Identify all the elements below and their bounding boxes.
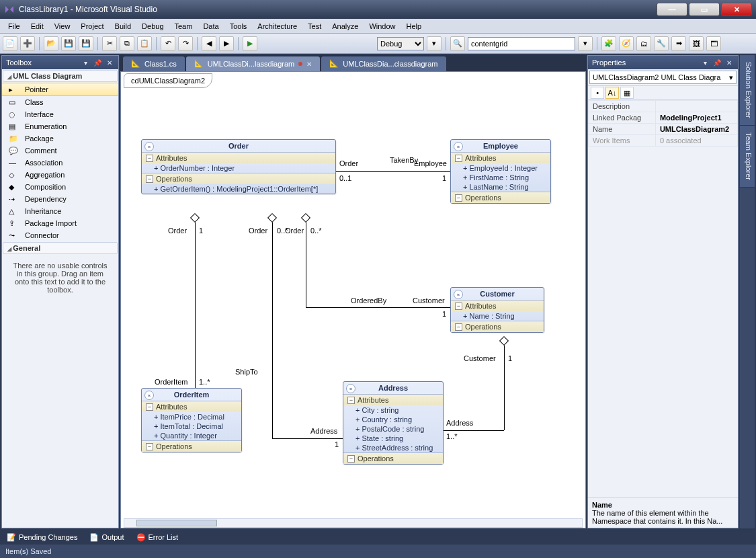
menu-view[interactable]: View [49, 21, 76, 32]
tb-extra-3[interactable]: 🗂 [636, 36, 651, 51]
redo-button[interactable]: ↷ [178, 36, 193, 51]
close-button[interactable]: ✕ [721, 3, 752, 16]
collapse-icon[interactable]: « [454, 142, 463, 151]
toolbox-item-package-import[interactable]: ⇪Package Import [2, 217, 118, 229]
properties-close-icon[interactable]: ✕ [724, 58, 734, 67]
find-input[interactable] [468, 37, 575, 50]
save-button[interactable]: 💾 [61, 36, 76, 51]
new-project-button[interactable]: 📄 [3, 36, 17, 51]
assoc-line[interactable] [195, 216, 196, 388]
menu-project[interactable]: Project [75, 21, 109, 32]
properties-object-combo[interactable]: UMLClassDiagram2 UML Class Diagra▾ [589, 71, 737, 84]
expand-icon[interactable]: − [146, 175, 153, 183]
toolbox-item-composition[interactable]: ◆Composition [2, 181, 118, 193]
start-debug-button[interactable]: ▶ [243, 36, 257, 51]
uml-class-order[interactable]: «Order −Attributes + OrderNumber : Integ… [141, 139, 336, 194]
toolbox-category-general[interactable]: General [3, 242, 118, 254]
tb-extra-7[interactable]: 🗔 [706, 36, 721, 51]
save-all-button[interactable]: 💾 [79, 36, 93, 51]
menu-debug[interactable]: Debug [136, 21, 169, 32]
tab-close-icon[interactable]: ✕ [306, 61, 312, 68]
assoc-line[interactable] [336, 171, 450, 172]
tb-extra-4[interactable]: 🔧 [654, 36, 669, 51]
solution-explorer-tab[interactable]: Solution Explorer [740, 55, 755, 126]
diagram-canvas[interactable]: «Order −Attributes + OrderNumber : Integ… [121, 92, 585, 518]
uml-class-address[interactable]: «Address −Attributes + City : string + C… [343, 381, 444, 465]
categorized-button[interactable]: ⦁ [591, 87, 604, 99]
menu-analyze[interactable]: Analyze [327, 21, 364, 32]
property-row[interactable]: Linked PackagModelingProject1 [589, 112, 738, 124]
uml-class-orderitem[interactable]: «OrderItem −Attributes + ItemPrice : Dec… [141, 388, 242, 452]
toolbox-item-interface[interactable]: ◌Interface [2, 108, 118, 120]
find-dropdown[interactable]: ▾ [578, 36, 593, 51]
tb-extra-5[interactable]: ➡ [671, 36, 686, 51]
collapse-icon[interactable]: « [144, 142, 154, 151]
menu-data[interactable]: Data [198, 21, 224, 32]
toolbox-item-pointer[interactable]: ▸Pointer [2, 83, 118, 96]
config-dropdown[interactable]: Debug [377, 37, 424, 50]
properties-grid[interactable]: DescriptionLinked PackagModelingProject1… [588, 100, 738, 147]
assoc-line[interactable] [504, 340, 505, 430]
expand-icon[interactable]: − [146, 155, 153, 162]
open-button[interactable]: 📂 [44, 36, 58, 51]
toolbox-item-enumeration[interactable]: ▤Enumeration [2, 120, 118, 132]
copy-button[interactable]: ⧉ [120, 36, 134, 51]
undo-button[interactable]: ↶ [161, 36, 175, 51]
toolbox-pin-icon[interactable]: 📌 [93, 58, 102, 67]
menu-help[interactable]: Help [401, 21, 427, 32]
property-row[interactable]: Work Items0 associated [589, 135, 738, 147]
toolbox-category-uml[interactable]: UML Class Diagram [3, 70, 118, 82]
toolbox-item-dependency[interactable]: ⇢Dependency [2, 193, 118, 205]
maximize-button[interactable]: ▭ [689, 3, 720, 16]
toolbox-item-aggregation[interactable]: ◇Aggregation [2, 169, 118, 181]
minimize-button[interactable]: — [657, 3, 687, 16]
menu-build[interactable]: Build [110, 21, 136, 32]
cut-button[interactable]: ✂ [102, 36, 117, 51]
error-list-tab[interactable]: ⛔ Error List [134, 533, 181, 542]
add-item-button[interactable]: ➕ [20, 36, 35, 51]
uml-class-employee[interactable]: «Employee −Attributes + EmployeeId : Int… [450, 139, 551, 204]
nav-back-button[interactable]: ◀ [202, 36, 216, 51]
toolbox-dropdown-icon[interactable]: ▾ [81, 58, 90, 67]
tb-extra-1[interactable]: 🧩 [601, 36, 616, 51]
property-row[interactable]: Description [589, 101, 738, 112]
properties-dropdown-icon[interactable]: ▾ [700, 58, 710, 67]
toolbox-item-comment[interactable]: 💬Comment [2, 145, 118, 157]
uml-class-customer[interactable]: «Customer −Attributes + Name : String −O… [450, 287, 544, 333]
document-tab-1[interactable]: 📐UMLClassDi...lassdiagram✕ [186, 56, 321, 71]
property-row[interactable]: NameUMLClassDiagram2 [589, 124, 738, 135]
platform-button[interactable]: ▾ [427, 36, 442, 51]
toolbox-item-package[interactable]: 📁Package [2, 132, 118, 145]
menu-window[interactable]: Window [364, 21, 401, 32]
menu-test[interactable]: Test [302, 21, 327, 32]
toolbox-item-inheritance[interactable]: △Inheritance [2, 205, 118, 217]
pending-changes-tab[interactable]: 📝 Pending Changes [4, 533, 80, 542]
menu-team[interactable]: Team [169, 21, 198, 32]
toolbox-item-connector[interactable]: ⤳Connector [2, 229, 118, 241]
toolbox-item-association[interactable]: —Association [2, 157, 118, 169]
find-icon[interactable]: 🔍 [450, 36, 465, 51]
alphabetical-button[interactable]: A↓ [605, 87, 619, 99]
document-tab-2[interactable]: 📐UMLClassDia...classdiagram [321, 56, 446, 71]
assoc-line[interactable] [306, 216, 306, 307]
assoc-line[interactable] [444, 430, 504, 431]
tb-extra-2[interactable]: 🧭 [619, 36, 634, 51]
menu-file[interactable]: File [3, 21, 26, 32]
uml-designer[interactable]: cd UMLClassDiagram2 «Order −Attributes +… [120, 71, 586, 528]
tb-extra-6[interactable]: 🖼 [689, 36, 704, 51]
menu-tools[interactable]: Tools [224, 21, 253, 32]
nav-fwd-button[interactable]: ▶ [219, 36, 234, 51]
toolbox-close-icon[interactable]: ✕ [105, 58, 114, 67]
team-explorer-tab[interactable]: Team Explorer [740, 126, 755, 188]
document-tab-0[interactable]: 📐Class1.cs [123, 56, 185, 71]
menu-architecture[interactable]: Architecture [252, 21, 302, 32]
output-tab[interactable]: 📄 Output [87, 533, 126, 542]
properties-pin-icon[interactable]: 📌 [712, 58, 722, 67]
toolbox-item-class[interactable]: ▭Class [2, 96, 118, 108]
paste-button[interactable]: 📋 [137, 36, 152, 51]
assoc-line[interactable] [306, 307, 450, 308]
menu-edit[interactable]: Edit [26, 21, 49, 32]
assoc-line[interactable] [272, 438, 343, 439]
assoc-line[interactable] [272, 216, 273, 438]
horizontal-scrollbar[interactable] [124, 518, 583, 528]
